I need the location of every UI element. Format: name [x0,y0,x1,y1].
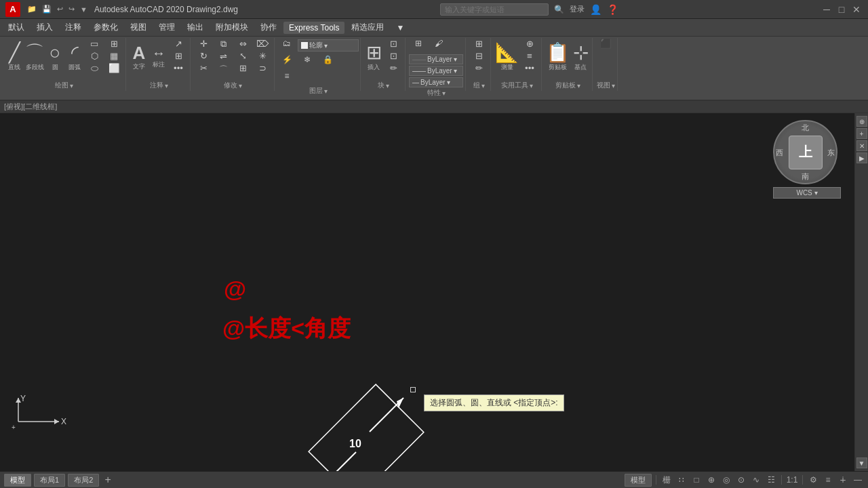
rectangle-button[interactable]: ▭ [85,38,104,49]
gradient-button[interactable]: ▦ [104,50,123,62]
layout1-tab[interactable]: 布局1 [34,474,65,487]
layer-more-button[interactable]: ≡ [277,70,296,85]
collapse-button[interactable]: — [852,474,864,486]
view-group-label[interactable]: 视图▾ [596,80,615,91]
view-more-button[interactable]: ⬛ [596,38,615,49]
hatch-button[interactable]: ⊞ [104,38,123,49]
save-button[interactable]: 💾 [41,4,53,14]
menu-featured[interactable]: 精选应用 [346,20,389,35]
model-tab[interactable]: 模型 [4,474,31,487]
user-icon[interactable]: 👤 [590,4,601,15]
group-button[interactable]: ⊞ [469,38,488,49]
boundary-button[interactable]: ⬜ [104,62,123,74]
wcs-button[interactable]: WCS ▾ [773,187,841,199]
osnap-button[interactable]: ◎ [720,474,732,486]
measure-button[interactable]: 📐 测量 [494,38,519,77]
transparency-button[interactable]: ☷ [765,474,777,486]
draw-group-label[interactable]: 绘图▾ [5,80,123,91]
annomore-button[interactable]: ••• [169,62,188,74]
layout2-tab[interactable]: 布局2 [68,474,99,487]
lineweight-button[interactable]: ∿ [750,474,762,486]
menu-annotate[interactable]: 注释 [60,20,87,35]
rotate-button[interactable]: ↻ [194,50,213,62]
ellipse-button[interactable]: ⬭ [85,62,104,75]
create-block-button[interactable]: ⊡ [384,38,403,49]
circle-button[interactable]: ○ 圆 [45,38,64,77]
block-group-label[interactable]: 块▾ [364,80,403,91]
properties-button[interactable]: ⊞ [409,38,428,53]
ortho-button[interactable]: □ [690,474,703,486]
open-button[interactable]: 📁 [26,4,38,14]
util-more-button[interactable]: ••• [520,62,539,74]
stretch-button[interactable]: ⇔ [233,38,252,49]
close-button[interactable]: ✕ [850,3,863,16]
fillet-button[interactable]: ⌒ [214,63,233,77]
copy-button[interactable]: ⧉ [214,38,233,50]
array-button[interactable]: ⊞ [233,62,252,74]
menu-view[interactable]: 视图 [125,20,152,35]
orbit-button[interactable]: ✕ [856,140,867,151]
layer-combo[interactable]: 轮廓 ▾ [298,39,359,52]
menu-manage[interactable]: 管理 [153,20,180,35]
menu-addons[interactable]: 附加模块 [210,20,254,35]
write-block-button[interactable]: ⊡ [384,50,403,62]
trim-button[interactable]: ✂ [194,62,213,74]
canvas-area[interactable]: @ @长度<角度 10 选择圆弧、圆、直线或 <指定顶点>: [0,113,868,471]
menu-parametric[interactable]: 参数化 [88,20,123,35]
layer-match-button[interactable]: ⚡ [277,54,296,69]
groups-group-label[interactable]: 组▾ [469,80,488,91]
undo-button[interactable]: ↩ [56,4,64,14]
offset-button[interactable]: ⊃ [253,62,272,74]
layer-freeze-button[interactable]: ❄ [298,54,317,69]
compass-ring[interactable]: 北 南 东 西 上 [773,120,837,184]
zoom-button[interactable]: + [856,128,867,139]
base-point-button[interactable]: ⊹ 基点 [571,38,590,77]
settings-button[interactable]: ⚙ [807,474,819,486]
utilities-group-label[interactable]: 实用工具▾ [494,80,539,91]
menu-express-tools[interactable]: Express Tools [283,22,344,34]
help-icon[interactable]: ❓ [607,4,618,15]
arc-button[interactable]: ◜ 圆弧 [65,38,84,77]
workspace-button[interactable]: ≡ [822,474,834,486]
text-button[interactable]: A 文字 [130,38,149,77]
maximize-button[interactable]: □ [835,3,848,16]
otrack-button[interactable]: ⊙ [735,474,747,486]
login-label[interactable]: 登录 [570,4,585,14]
add-layout-button[interactable]: + [102,474,114,486]
erase-button[interactable]: ⌦ [253,38,272,49]
block-editor-button[interactable]: ✏ [384,62,403,74]
modify-group-label[interactable]: 修改▾ [194,80,272,91]
add-status-button[interactable]: ∔ [837,474,849,486]
explode-button[interactable]: ✳ [253,50,272,62]
compass-center[interactable]: 上 [789,136,823,169]
navigation-cube[interactable]: 北 南 东 西 上 WCS ▾ [773,120,841,208]
menu-output[interactable]: 输出 [182,20,209,35]
polygon-button[interactable]: ⬡ [85,50,104,62]
annotation-group-label[interactable]: 注释▾ [130,80,188,91]
clipboard-group-label[interactable]: 剪贴板▾ [545,80,590,91]
search-input[interactable] [440,3,549,16]
multileader-button[interactable]: ↗ [169,38,188,49]
color-combo[interactable]: —— ByLayer ▾ [409,54,463,64]
ungroup-button[interactable]: ⊟ [469,50,488,62]
grid-button[interactable]: 栅 [660,474,673,486]
move-button[interactable]: ✛ [194,38,213,49]
group-edit-button[interactable]: ✏ [469,62,488,74]
quick-access-dropdown[interactable]: ▼ [79,5,89,14]
paste-button[interactable]: 📋 剪贴板 [545,38,570,77]
menu-more[interactable]: ▼ [391,22,410,34]
linetype-combo[interactable]: —— ByLayer ▾ [409,66,463,76]
scroll-down-button[interactable]: ▼ [856,458,867,468]
polyline-button[interactable]: ⌒ 多段线 [24,38,45,77]
table-button[interactable]: ⊞ [169,50,188,62]
list-button[interactable]: ≡ [520,50,539,62]
polar-button[interactable]: ⊕ [705,474,717,486]
line-button[interactable]: ╱ 直线 [5,38,24,77]
lineweight-combo[interactable]: — ByLayer ▾ [409,77,463,87]
scale-button[interactable]: ⤡ [233,50,252,62]
layer-lock-button[interactable]: 🔒 [318,54,337,69]
mirror-button[interactable]: ⇌ [214,51,233,62]
showmotion-button[interactable]: ▶ [856,152,867,163]
id-button[interactable]: ⊕ [520,38,539,49]
snap-button[interactable]: ∷ [675,474,688,486]
